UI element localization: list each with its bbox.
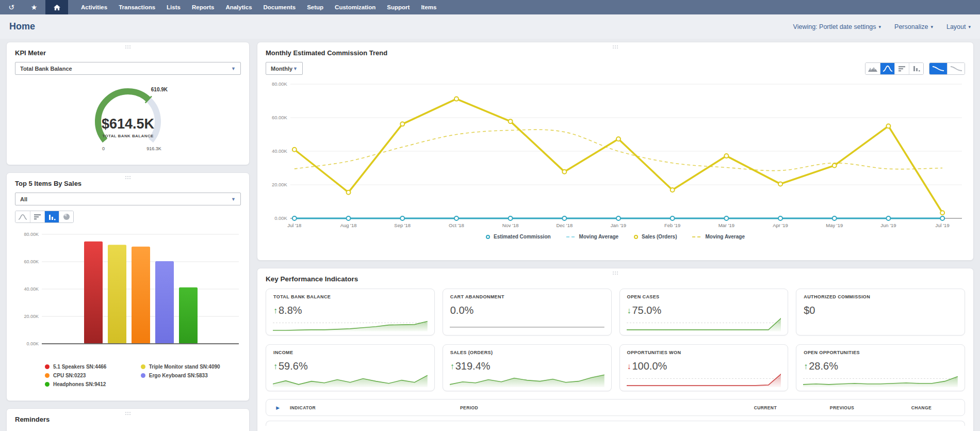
drag-handle[interactable] (125, 45, 131, 49)
kpi-tile-label: OPEN CASES (627, 294, 781, 299)
legend-item: Headphones SN:9412 (45, 380, 127, 389)
kpi-sparkline (627, 370, 781, 387)
legend-item: 5.1 Speakers SN:4466 (45, 362, 127, 371)
viewing-portlet-date-settings-menu[interactable]: Viewing: Portlet date settings▾ (793, 23, 881, 30)
trend-down-arrow-icon: ↓ (627, 362, 631, 371)
kpi-tile-sales-orders-[interactable]: SALES (ORDERS)↑319.4% (443, 344, 612, 391)
drag-handle[interactable] (612, 45, 618, 49)
svg-text:$614.5K: $614.5K (102, 116, 155, 132)
kpi-sparkline (627, 314, 781, 331)
legend-label: 5.1 Speakers SN:4466 (53, 364, 106, 370)
recent-records-icon[interactable]: ↺ (0, 0, 23, 14)
layout-menu[interactable]: Layout▾ (946, 23, 971, 30)
expand-row-icon[interactable]: ▶ (266, 405, 290, 410)
svg-text:Oct '18: Oct '18 (449, 222, 464, 228)
trend-period-select[interactable]: Monthly ▼ (266, 62, 303, 75)
nav-item-setup[interactable]: Setup (301, 0, 329, 14)
legend-dot (45, 382, 50, 387)
kpi-sparkline (450, 314, 605, 331)
reminders-title: Reminders (15, 416, 241, 423)
chart-type-hbar-button[interactable] (30, 211, 44, 222)
kpi-tile-cart-abandonment[interactable]: CART ABANDONMENT0.0% (443, 289, 612, 336)
nav-item-reports[interactable]: Reports (186, 0, 220, 14)
kpi-tile-authorized-commission[interactable]: AUTHORIZED COMMISSION$0 (796, 289, 965, 336)
smoothing-on-button[interactable] (929, 63, 947, 74)
kpi-tile-label: TOTAL BANK BALANCE (273, 294, 427, 299)
chart-type-hbar-button[interactable] (894, 63, 909, 74)
nav-item-documents[interactable]: Documents (258, 0, 302, 14)
kpi-tile-grid: TOTAL BANK BALANCE↑8.8%CART ABANDONMENT0… (266, 289, 965, 391)
kpi-meter-select[interactable]: Total Bank Balance ▼ (15, 62, 241, 75)
svg-text:40.00K: 40.00K (24, 286, 39, 292)
legend-item: Ergo Keyboard SN:5833 (141, 371, 241, 380)
legend-item[interactable]: Estimated Commission (486, 234, 551, 240)
nav-item-activities[interactable]: Activities (75, 0, 113, 14)
chart-type-line-button[interactable] (880, 63, 894, 74)
personalize-label: Personalize (894, 23, 928, 30)
kpi-tile-opportunities-won[interactable]: OPPORTUNITIES WON↓100.0% (619, 344, 789, 391)
nav-item-customization[interactable]: Customization (329, 0, 381, 14)
shortcuts-star-icon[interactable]: ★ (23, 0, 45, 14)
legend-item[interactable]: Sales (Orders) (634, 234, 677, 240)
svg-text:610.9K: 610.9K (151, 87, 168, 92)
chart-type-line-button[interactable] (15, 211, 30, 222)
kpi-tile-total-bank-balance[interactable]: TOTAL BANK BALANCE↑8.8% (266, 289, 435, 336)
kpi-tile-label: OPEN OPPORTUNITIES (804, 350, 957, 355)
top5-filter-select-value: All (20, 196, 27, 202)
kpi-sparkline (803, 370, 958, 387)
nav-item-transactions[interactable]: Transactions (113, 0, 161, 14)
legend-item[interactable]: Moving Average (566, 234, 619, 240)
drag-handle[interactable] (125, 411, 131, 416)
top5-filter-select[interactable]: All ▼ (15, 193, 241, 205)
trend-legend: Estimated CommissionMoving AverageSales … (266, 234, 965, 240)
kpi-tile-open-opportunities[interactable]: OPEN OPPORTUNITIES↑28.6% (796, 344, 965, 391)
svg-text:Feb '19: Feb '19 (664, 222, 680, 228)
legend-dot (141, 373, 145, 378)
kpi-table-header: ▶INDICATORPERIODCURRENTPREVIOUSCHANGE (266, 399, 965, 416)
chevron-down-icon: ▼ (231, 66, 236, 71)
table-row-partial (266, 421, 965, 426)
svg-text:Dec '18: Dec '18 (556, 222, 573, 228)
legend-label: Moving Average (579, 234, 619, 240)
column-header-current: CURRENT (699, 405, 777, 410)
nav-item-lists[interactable]: Lists (161, 0, 186, 14)
legend-item[interactable]: Moving Average (692, 234, 745, 240)
trend-chart-type-group (865, 62, 924, 75)
kpi-tile-label: INCOME (273, 350, 427, 355)
nav-item-support[interactable]: Support (381, 0, 415, 14)
kpi-tile-open-cases[interactable]: OPEN CASES↓75.0% (619, 289, 789, 336)
smoothing-off-button[interactable] (947, 63, 965, 74)
svg-text:Jun '19: Jun '19 (880, 222, 896, 228)
legend-label: Triple Monitor stand SN:4090 (149, 364, 220, 370)
kpi-sparkline (273, 314, 428, 331)
nav-item-analytics[interactable]: Analytics (220, 0, 257, 14)
commission-trend-chart: 0.00K20.00K40.00K60.00K80.00KJul '18Aug … (266, 75, 965, 231)
trend-up-arrow-icon: ↑ (804, 362, 808, 371)
column-header-period: PERIOD (460, 405, 699, 410)
svg-text:Jan '19: Jan '19 (611, 222, 626, 228)
chart-type-pie-button[interactable] (59, 211, 73, 222)
trend-up-arrow-icon: ↑ (273, 306, 277, 315)
kpi-tile-income[interactable]: INCOME↑59.6% (266, 344, 435, 391)
home-icon[interactable] (45, 0, 68, 14)
kpi-sparkline (450, 370, 605, 387)
drag-handle[interactable] (612, 271, 618, 275)
chart-type-area-button[interactable] (865, 63, 880, 74)
legend-marker-icon (486, 235, 490, 239)
kpi-tile-label: SALES (ORDERS) (450, 350, 604, 355)
svg-text:Jul '18: Jul '18 (287, 222, 301, 228)
top5-title: Top 5 Items By Sales (15, 180, 241, 187)
personalize-menu[interactable]: Personalize▾ (894, 23, 933, 30)
drag-handle[interactable] (125, 175, 131, 180)
nav-item-items[interactable]: Items (415, 0, 442, 14)
chart-type-vbar-button[interactable] (909, 63, 923, 74)
svg-text:916.3K: 916.3K (146, 146, 161, 151)
svg-text:May '19: May '19 (826, 222, 843, 228)
chevron-down-icon: ▾ (968, 24, 971, 29)
top5-legend: 5.1 Speakers SN:4466CPU SN:0223Headphone… (45, 362, 241, 389)
svg-text:0.00K: 0.00K (26, 341, 39, 346)
svg-text:Nov '18: Nov '18 (502, 222, 519, 228)
reminders-portlet: Reminders (6, 408, 250, 431)
page-header: Home Viewing: Portlet date settings▾ Per… (0, 14, 980, 39)
chart-type-vbar-button[interactable] (44, 211, 59, 222)
